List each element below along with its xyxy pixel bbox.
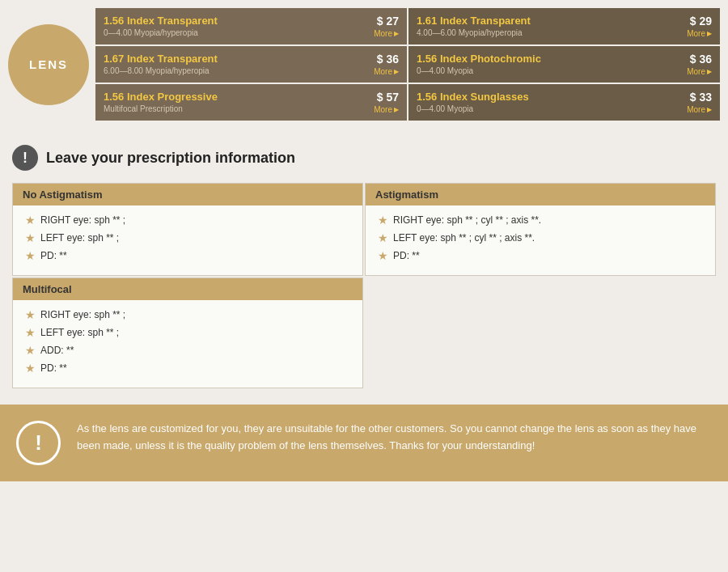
notice-section: ! As the lens are customized for you, th…	[0, 405, 728, 481]
lens-cell-3-more[interactable]: More	[687, 67, 712, 76]
lens-cell-3-title: 1.56 Index Photochromic	[417, 53, 663, 65]
lens-circle: Lens	[8, 24, 89, 105]
lens-section: Lens 1.56 Index Transparent 0—4.00 Myopi…	[0, 0, 728, 129]
rx-box-multifocal: Multifocal ★ RIGHT eye: sph ** ; ★ LEFT …	[12, 278, 363, 388]
rx-multifocal-header: Multifocal	[13, 278, 362, 300]
lens-cell-5-subtitle: 0—4.00 Myopia	[417, 104, 663, 113]
warning-icon: !	[12, 145, 38, 171]
lens-cell-5-price: $ 33	[690, 91, 712, 104]
lens-cell-4-price: $ 57	[377, 91, 399, 104]
lens-cell-2-title: 1.67 Index Transparent	[104, 53, 350, 65]
rx-line: ★ LEFT eye: sph ** ; cyl ** ; axis **.	[378, 231, 703, 244]
rx-no-astigmatism-header: No Astigmatism	[13, 184, 362, 205]
rx-multifocal-line-2: ADD: **	[40, 345, 74, 356]
rx-box-astigmatism: Astigmatism ★ RIGHT eye: sph ** ; cyl **…	[365, 183, 716, 276]
lens-cell-1-price: $ 29	[690, 15, 712, 28]
star-icon: ★	[25, 214, 36, 227]
lens-cell-2-subtitle: 6.00—8.00 Myopia/hyperopia	[104, 66, 350, 75]
star-icon: ★	[25, 308, 36, 321]
lens-cell-1-subtitle: 4.00—6.00 Myopia/hyperopia	[417, 28, 663, 37]
lens-cell-4[interactable]: 1.56 Index Progressive Multifocal Prescr…	[95, 84, 407, 121]
rx-line: ★ LEFT eye: sph ** ;	[25, 326, 350, 339]
lens-cell-0-title: 1.56 Index Transparent	[104, 15, 350, 27]
lens-cell-5[interactable]: 1.56 Index Sunglasses 0—4.00 Myopia $ 33…	[408, 84, 720, 121]
lens-cell-0-subtitle: 0—4.00 Myopia/hyperopia	[104, 28, 350, 37]
notice-warning-icon: !	[16, 421, 61, 465]
lens-cell-3-price: $ 36	[690, 53, 712, 66]
lens-cell-2-price: $ 36	[377, 53, 399, 66]
star-icon: ★	[378, 231, 388, 244]
lens-cell-2-more[interactable]: More	[374, 67, 399, 76]
rx-multifocal-body: ★ RIGHT eye: sph ** ; ★ LEFT eye: sph **…	[13, 300, 362, 388]
lens-cell-4-more[interactable]: More	[374, 105, 399, 114]
notice-text: As the lens are customized for you, they…	[77, 421, 712, 455]
star-icon: ★	[25, 362, 36, 375]
rx-astigmatism-line-1: LEFT eye: sph ** ; cyl ** ; axis **.	[393, 232, 535, 244]
star-icon: ★	[25, 344, 36, 357]
rx-line: ★ RIGHT eye: sph ** ;	[25, 214, 350, 227]
star-icon: ★	[25, 326, 36, 339]
lens-grid: 1.56 Index Transparent 0—4.00 Myopia/hyp…	[95, 8, 720, 121]
star-icon: ★	[25, 231, 36, 244]
lens-circle-label: Lens	[29, 57, 68, 71]
prescription-section: ! Leave your prescription information No…	[0, 129, 728, 396]
rx-no-astigmatism-line-0: RIGHT eye: sph ** ;	[40, 214, 125, 226]
rx-line: ★ LEFT eye: sph ** ;	[25, 231, 350, 244]
rx-line: ★ PD: **	[25, 362, 350, 375]
rx-astigmatism-line-0: RIGHT eye: sph ** ; cyl ** ; axis **.	[393, 214, 541, 226]
prescription-header: ! Leave your prescription information	[12, 145, 716, 171]
rx-multifocal-line-0: RIGHT eye: sph ** ;	[40, 309, 125, 320]
rx-no-astigmatism-line-2: PD: **	[40, 250, 67, 261]
lens-cell-4-title: 1.56 Index Progressive	[104, 91, 350, 103]
rx-line: ★ RIGHT eye: sph ** ;	[25, 308, 350, 321]
lens-cell-5-title: 1.56 Index Sunglasses	[417, 91, 663, 103]
star-icon: ★	[25, 249, 36, 262]
rx-line: ★ PD: **	[25, 249, 350, 262]
lens-cell-3-subtitle: 0—4.00 Myopia	[417, 66, 663, 75]
lens-cell-1-title: 1.61 Index Transparent	[417, 15, 663, 27]
lens-cell-1[interactable]: 1.61 Index Transparent 4.00—6.00 Myopia/…	[408, 8, 720, 44]
lens-cell-0-price: $ 27	[377, 15, 399, 28]
rx-astigmatism-body: ★ RIGHT eye: sph ** ; cyl ** ; axis **. …	[366, 205, 715, 275]
star-icon: ★	[378, 214, 388, 227]
rx-box-no-astigmatism: No Astigmatism ★ RIGHT eye: sph ** ; ★ L…	[12, 183, 363, 276]
prescription-title: Leave your prescription information	[46, 150, 295, 167]
rx-multifocal-line-3: PD: **	[40, 362, 67, 374]
lens-cell-4-subtitle: Multifocal Prescription	[104, 104, 350, 113]
rx-line: ★ RIGHT eye: sph ** ; cyl ** ; axis **.	[378, 214, 703, 227]
lens-cell-0[interactable]: 1.56 Index Transparent 0—4.00 Myopia/hyp…	[95, 8, 407, 44]
lens-cell-1-more[interactable]: More	[687, 29, 712, 38]
rx-line: ★ PD: **	[378, 249, 703, 262]
star-icon: ★	[378, 249, 388, 262]
rx-no-astigmatism-body: ★ RIGHT eye: sph ** ; ★ LEFT eye: sph **…	[13, 205, 362, 275]
lens-cell-2[interactable]: 1.67 Index Transparent 6.00—8.00 Myopia/…	[95, 46, 407, 83]
rx-astigmatism-line-2: PD: **	[393, 250, 420, 261]
lens-cell-3[interactable]: 1.56 Index Photochromic 0—4.00 Myopia $ …	[408, 46, 720, 83]
rx-multifocal-line-1: LEFT eye: sph ** ;	[40, 327, 119, 338]
lens-cell-5-more[interactable]: More	[687, 105, 712, 114]
rx-no-astigmatism-line-1: LEFT eye: sph ** ;	[40, 232, 119, 244]
rx-line: ★ ADD: **	[25, 344, 350, 357]
lens-cell-0-more[interactable]: More	[374, 29, 399, 38]
rx-astigmatism-header: Astigmatism	[366, 184, 715, 205]
prescription-grid: No Astigmatism ★ RIGHT eye: sph ** ; ★ L…	[12, 183, 716, 276]
